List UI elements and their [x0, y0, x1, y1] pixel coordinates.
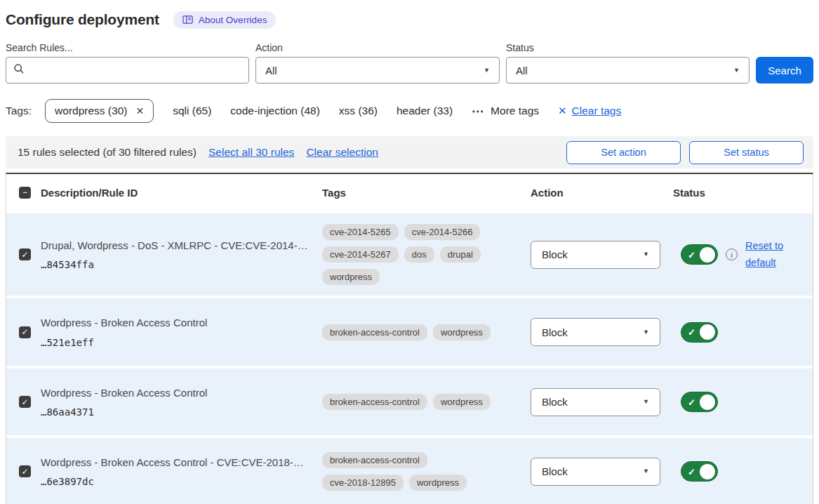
- column-header-status: Status: [673, 187, 813, 199]
- rule-tag: wordpress: [409, 475, 467, 491]
- row-checkbox-cell: ✓: [6, 248, 41, 260]
- tag-filter-xss[interactable]: xss (36): [339, 105, 378, 117]
- rule-tag: dos: [404, 246, 434, 263]
- table-header-row: − Description/Rule ID Tags Action Status: [6, 174, 813, 211]
- more-tags-button[interactable]: ⋯ More tags: [472, 104, 539, 119]
- search-button[interactable]: Search: [756, 57, 813, 84]
- rule-action-select[interactable]: Block ▼: [531, 458, 660, 486]
- rule-status-cell: ✓ i Reset to default: [673, 238, 813, 270]
- row-checkbox-cell: ✓: [6, 326, 41, 338]
- about-overrides-label: About Overrides: [199, 15, 267, 25]
- rule-tag: broken-access-control: [322, 452, 427, 468]
- selection-bar: 15 rules selected (of 30 filtered rules)…: [6, 136, 813, 168]
- rule-tag: cve-2018-12895: [322, 475, 404, 491]
- rule-description: Wordpress - Broken Access Control: [41, 316, 322, 330]
- rule-status-cell: ✓: [673, 392, 813, 412]
- rule-action-value: Block: [542, 396, 568, 408]
- rule-tag: cve-2014-5266: [404, 224, 481, 240]
- row-checkbox[interactable]: ✓: [19, 396, 31, 408]
- clear-tags-link[interactable]: ✕ Clear tags: [558, 105, 621, 117]
- tag-filter-header[interactable]: header (33): [397, 105, 453, 117]
- select-all-link[interactable]: Select all 30 rules: [208, 146, 294, 159]
- row-checkbox[interactable]: ✓: [19, 248, 31, 260]
- tag-filter-sqli[interactable]: sqli (65): [173, 105, 211, 117]
- rule-tag: broken-access-control: [322, 394, 427, 410]
- check-icon: ✓: [21, 328, 28, 336]
- tags-label: Tags:: [6, 105, 32, 117]
- rule-tags-cell: cve-2014-5265 cve-2014-5266 cve-2014-526…: [322, 224, 499, 285]
- column-header-action: Action: [531, 187, 673, 199]
- selected-tag-label: wordpress (30): [55, 105, 127, 117]
- rule-tag: broken-access-control: [322, 324, 427, 340]
- row-checkbox-cell: ✓: [6, 465, 41, 477]
- rule-action-select[interactable]: Block ▼: [531, 318, 660, 346]
- selected-tag-wordpress[interactable]: wordpress (30) ✕: [45, 99, 154, 123]
- row-checkbox[interactable]: ✓: [19, 326, 31, 338]
- search-label: Search Rules...: [6, 42, 249, 53]
- selection-summary: 15 rules selected (of 30 filtered rules): [18, 146, 197, 159]
- close-icon: ✕: [558, 105, 567, 117]
- rule-action-value: Block: [542, 465, 568, 477]
- rule-tag: drupal: [440, 246, 481, 263]
- rule-tag: cve-2014-5265: [322, 224, 399, 240]
- status-toggle[interactable]: ✓: [681, 244, 718, 265]
- indeterminate-minus-icon: −: [22, 188, 27, 197]
- column-header-tags: Tags: [322, 187, 531, 199]
- rule-action-cell: Block ▼: [531, 388, 673, 416]
- check-icon: ✓: [21, 467, 28, 476]
- table-row: ✓ Wordpress - Broken Access Control …521…: [6, 298, 813, 366]
- tag-filter-code-injection[interactable]: code-injection (48): [230, 105, 320, 117]
- toggle-knob: [700, 324, 715, 340]
- rule-description: Drupal, Wordpress - DoS - XMLRPC - CVE:C…: [41, 239, 322, 253]
- status-toggle[interactable]: ✓: [681, 392, 718, 412]
- search-icon: [13, 63, 25, 77]
- header-checkbox-cell: −: [6, 187, 41, 199]
- reset-to-default-link[interactable]: Reset to default: [745, 238, 792, 270]
- status-filter-value: All: [516, 65, 528, 77]
- chevron-down-icon: ▼: [643, 399, 649, 405]
- search-field: Search Rules...: [6, 42, 249, 84]
- rule-description: Wordpress - Broken Access Control - CVE:…: [41, 456, 322, 470]
- status-toggle[interactable]: ✓: [681, 461, 718, 482]
- action-filter-select[interactable]: All ▼: [255, 57, 500, 84]
- about-overrides-badge[interactable]: About Overrides: [173, 11, 277, 29]
- rule-action-select[interactable]: Block ▼: [531, 241, 660, 269]
- status-toggle[interactable]: ✓: [681, 322, 718, 343]
- rule-action-select[interactable]: Block ▼: [531, 388, 660, 416]
- status-filter-select[interactable]: All ▼: [506, 57, 750, 84]
- action-filter-field: Action All ▼: [255, 42, 500, 84]
- check-icon: ✓: [21, 398, 28, 406]
- tags-bar: Tags: wordpress (30) ✕ sqli (65) code-in…: [6, 98, 813, 124]
- rule-status-cell: ✓: [673, 461, 813, 482]
- rule-description-cell: Wordpress - Broken Access Control - CVE:…: [41, 456, 322, 487]
- rule-tag: cve-2014-5267: [322, 246, 399, 263]
- action-filter-value: All: [265, 65, 277, 77]
- set-status-button[interactable]: Set status: [689, 141, 804, 164]
- select-all-checkbox[interactable]: −: [19, 187, 31, 199]
- rule-id: …86aa4371: [41, 406, 322, 418]
- table-row: ✓ Wordpress - Broken Access Control …86a…: [6, 369, 813, 435]
- search-input[interactable]: [30, 65, 241, 77]
- rule-id: …521e1eff: [41, 337, 322, 348]
- rule-action-value: Block: [542, 248, 568, 260]
- clear-tags-label: Clear tags: [572, 105, 622, 117]
- rule-description: Wordpress - Broken Access Control: [41, 386, 322, 400]
- ellipsis-icon: ⋯: [472, 104, 484, 119]
- table-row: ✓ Wordpress - Broken Access Control - CV…: [6, 438, 813, 504]
- chevron-down-icon: ▼: [643, 329, 649, 336]
- row-checkbox[interactable]: ✓: [19, 465, 31, 477]
- column-header-description: Description/Rule ID: [41, 187, 322, 199]
- rule-description-cell: Wordpress - Broken Access Control …86aa4…: [41, 386, 322, 418]
- toggle-check-icon: ✓: [688, 397, 695, 407]
- set-action-button[interactable]: Set action: [566, 141, 681, 164]
- check-icon: ✓: [21, 251, 28, 259]
- rule-description-cell: Drupal, Wordpress - DoS - XMLRPC - CVE:C…: [41, 239, 322, 270]
- remove-tag-icon[interactable]: ✕: [135, 105, 144, 117]
- toggle-check-icon: ✓: [688, 249, 695, 260]
- info-icon[interactable]: i: [726, 248, 738, 260]
- toggle-knob: [700, 247, 715, 263]
- clear-selection-link[interactable]: Clear selection: [306, 146, 378, 159]
- rule-description-cell: Wordpress - Broken Access Control …521e1…: [41, 316, 322, 347]
- rule-tag: wordpress: [433, 394, 491, 410]
- row-checkbox-cell: ✓: [6, 396, 41, 408]
